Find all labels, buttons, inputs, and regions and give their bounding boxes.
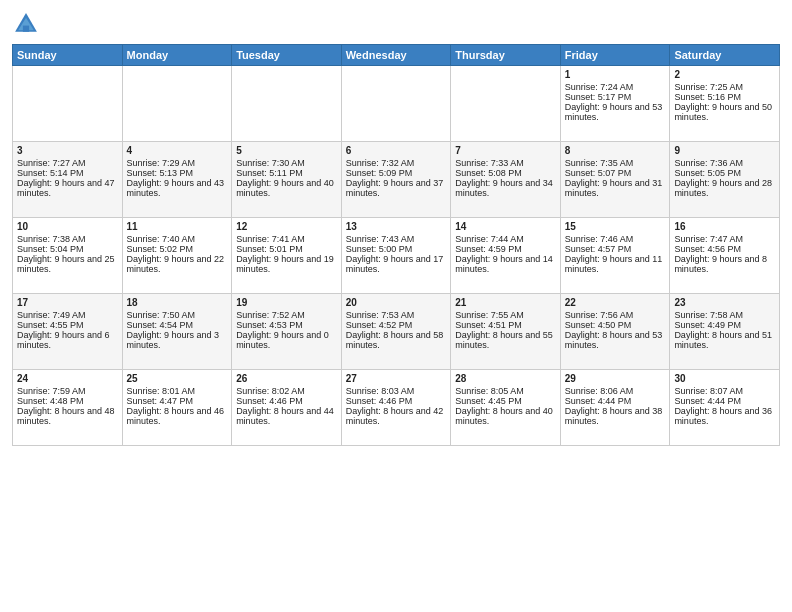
day-info: Sunrise: 7:35 AM [565,158,666,168]
calendar-cell: 23Sunrise: 7:58 AMSunset: 4:49 PMDayligh… [670,294,780,370]
calendar-cell: 27Sunrise: 8:03 AMSunset: 4:46 PMDayligh… [341,370,451,446]
day-number: 21 [455,297,556,308]
day-info: Sunrise: 8:02 AM [236,386,337,396]
day-info: Sunset: 5:09 PM [346,168,447,178]
calendar-cell: 13Sunrise: 7:43 AMSunset: 5:00 PMDayligh… [341,218,451,294]
day-info: Sunset: 4:44 PM [565,396,666,406]
calendar-cell: 1Sunrise: 7:24 AMSunset: 5:17 PMDaylight… [560,66,670,142]
day-info: Daylight: 9 hours and 40 minutes. [236,178,337,198]
day-number: 25 [127,373,228,384]
calendar-cell: 6Sunrise: 7:32 AMSunset: 5:09 PMDaylight… [341,142,451,218]
day-info: Sunset: 4:50 PM [565,320,666,330]
day-info: Sunset: 4:53 PM [236,320,337,330]
day-info: Sunrise: 7:58 AM [674,310,775,320]
header [12,10,780,38]
day-info: Sunset: 5:01 PM [236,244,337,254]
day-info: Sunset: 4:56 PM [674,244,775,254]
day-info: Sunset: 5:14 PM [17,168,118,178]
calendar-row-1: 1Sunrise: 7:24 AMSunset: 5:17 PMDaylight… [13,66,780,142]
day-number: 8 [565,145,666,156]
day-number: 24 [17,373,118,384]
calendar-cell [341,66,451,142]
calendar-row-2: 3Sunrise: 7:27 AMSunset: 5:14 PMDaylight… [13,142,780,218]
day-info: Sunrise: 7:30 AM [236,158,337,168]
svg-rect-2 [23,26,29,32]
calendar-cell: 25Sunrise: 8:01 AMSunset: 4:47 PMDayligh… [122,370,232,446]
logo-icon [12,10,40,38]
day-info: Sunrise: 7:46 AM [565,234,666,244]
day-info: Daylight: 9 hours and 28 minutes. [674,178,775,198]
day-info: Daylight: 9 hours and 17 minutes. [346,254,447,274]
day-info: Sunset: 5:08 PM [455,168,556,178]
day-number: 12 [236,221,337,232]
weekday-header-tuesday: Tuesday [232,45,342,66]
day-info: Daylight: 8 hours and 36 minutes. [674,406,775,426]
day-info: Sunset: 4:52 PM [346,320,447,330]
day-number: 28 [455,373,556,384]
day-info: Sunset: 4:46 PM [236,396,337,406]
day-info: Sunrise: 7:41 AM [236,234,337,244]
weekday-header-wednesday: Wednesday [341,45,451,66]
calendar-cell: 12Sunrise: 7:41 AMSunset: 5:01 PMDayligh… [232,218,342,294]
calendar-cell: 8Sunrise: 7:35 AMSunset: 5:07 PMDaylight… [560,142,670,218]
day-info: Sunset: 4:51 PM [455,320,556,330]
calendar-cell: 18Sunrise: 7:50 AMSunset: 4:54 PMDayligh… [122,294,232,370]
day-info: Sunset: 4:49 PM [674,320,775,330]
calendar-cell [13,66,123,142]
calendar-cell: 22Sunrise: 7:56 AMSunset: 4:50 PMDayligh… [560,294,670,370]
day-info: Sunrise: 7:27 AM [17,158,118,168]
logo [12,10,44,38]
calendar-cell: 26Sunrise: 8:02 AMSunset: 4:46 PMDayligh… [232,370,342,446]
day-info: Sunrise: 8:03 AM [346,386,447,396]
day-info: Sunrise: 7:52 AM [236,310,337,320]
day-info: Sunset: 4:47 PM [127,396,228,406]
weekday-header-sunday: Sunday [13,45,123,66]
day-info: Daylight: 8 hours and 55 minutes. [455,330,556,350]
day-number: 13 [346,221,447,232]
day-info: Sunrise: 7:50 AM [127,310,228,320]
day-info: Sunrise: 7:33 AM [455,158,556,168]
calendar-cell: 7Sunrise: 7:33 AMSunset: 5:08 PMDaylight… [451,142,561,218]
calendar-cell: 24Sunrise: 7:59 AMSunset: 4:48 PMDayligh… [13,370,123,446]
day-number: 30 [674,373,775,384]
calendar-cell: 28Sunrise: 8:05 AMSunset: 4:45 PMDayligh… [451,370,561,446]
day-info: Daylight: 9 hours and 53 minutes. [565,102,666,122]
day-info: Daylight: 9 hours and 19 minutes. [236,254,337,274]
day-number: 1 [565,69,666,80]
calendar-cell: 14Sunrise: 7:44 AMSunset: 4:59 PMDayligh… [451,218,561,294]
day-info: Sunset: 5:11 PM [236,168,337,178]
calendar-cell: 20Sunrise: 7:53 AMSunset: 4:52 PMDayligh… [341,294,451,370]
day-number: 17 [17,297,118,308]
day-info: Sunset: 5:04 PM [17,244,118,254]
day-number: 26 [236,373,337,384]
weekday-header-monday: Monday [122,45,232,66]
calendar-cell: 15Sunrise: 7:46 AMSunset: 4:57 PMDayligh… [560,218,670,294]
day-info: Daylight: 9 hours and 25 minutes. [17,254,118,274]
day-info: Sunset: 4:59 PM [455,244,556,254]
day-info: Daylight: 9 hours and 47 minutes. [17,178,118,198]
weekday-header-row: SundayMondayTuesdayWednesdayThursdayFrid… [13,45,780,66]
day-info: Sunset: 4:45 PM [455,396,556,406]
day-info: Sunrise: 7:44 AM [455,234,556,244]
day-info: Daylight: 8 hours and 42 minutes. [346,406,447,426]
day-info: Sunrise: 7:53 AM [346,310,447,320]
day-info: Sunrise: 8:05 AM [455,386,556,396]
day-number: 18 [127,297,228,308]
day-number: 23 [674,297,775,308]
day-info: Daylight: 9 hours and 37 minutes. [346,178,447,198]
day-info: Sunset: 4:48 PM [17,396,118,406]
day-number: 20 [346,297,447,308]
day-number: 2 [674,69,775,80]
day-info: Daylight: 9 hours and 3 minutes. [127,330,228,350]
calendar-cell: 19Sunrise: 7:52 AMSunset: 4:53 PMDayligh… [232,294,342,370]
day-info: Sunrise: 7:55 AM [455,310,556,320]
day-info: Sunrise: 7:36 AM [674,158,775,168]
day-number: 29 [565,373,666,384]
day-info: Daylight: 8 hours and 51 minutes. [674,330,775,350]
calendar-cell: 3Sunrise: 7:27 AMSunset: 5:14 PMDaylight… [13,142,123,218]
day-info: Sunrise: 7:49 AM [17,310,118,320]
day-number: 15 [565,221,666,232]
day-info: Daylight: 8 hours and 48 minutes. [17,406,118,426]
day-number: 22 [565,297,666,308]
calendar-header: SundayMondayTuesdayWednesdayThursdayFrid… [13,45,780,66]
